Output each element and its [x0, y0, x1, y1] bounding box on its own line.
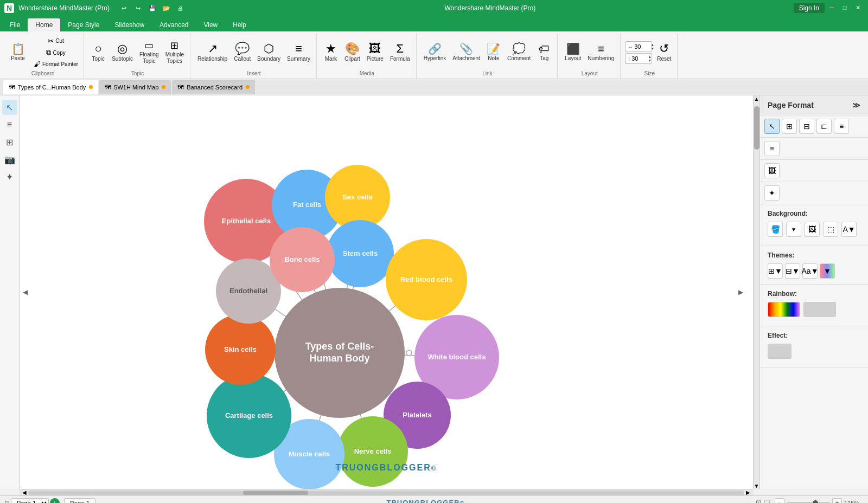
undo-btn[interactable]: ↩	[118, 4, 130, 12]
width-up-arrow[interactable]: ▲	[650, 43, 654, 47]
comment-btn[interactable]: 💭 Comment	[505, 42, 533, 63]
tab-advanced[interactable]: Advanced	[152, 18, 196, 31]
scroll-thumb[interactable]	[754, 106, 760, 150]
width-input[interactable]	[634, 43, 650, 50]
page-prev-btn[interactable]: ⊟	[4, 499, 10, 504]
picture-btn[interactable]: 🖼 Picture	[364, 41, 386, 64]
rainbow-btn[interactable]	[768, 302, 800, 317]
multiple-topics-btn[interactable]: ⊞ MultipleTopics	[163, 39, 187, 66]
formula-btn[interactable]: Σ Formula	[387, 41, 413, 64]
minimize-btn[interactable]: ─	[826, 3, 838, 12]
reset-btn[interactable]: ↺ Reset	[654, 41, 674, 64]
hscroll-track[interactable]	[28, 491, 744, 495]
tab-help[interactable]: Help	[225, 18, 254, 31]
tab-slideshow[interactable]: Slideshow	[107, 18, 152, 31]
format-painter-btn[interactable]: 🖌 Format Painter	[31, 59, 80, 69]
zoom-in-btn[interactable]: +	[832, 498, 842, 504]
layout-btn[interactable]: ⬛ Layout	[562, 42, 584, 63]
panel-grid2-btn[interactable]: ⊟	[799, 119, 814, 134]
open-btn[interactable]: 📂	[161, 4, 173, 12]
node-stem[interactable]: Stem cells	[327, 220, 394, 287]
tab-file[interactable]: File	[2, 18, 28, 31]
panel-collapse-btn[interactable]: ≫	[852, 101, 860, 109]
scroll-left-btn[interactable]: ◀	[23, 288, 28, 296]
bg-image-btn[interactable]: 🖼	[805, 222, 820, 237]
sidebar-star-icon[interactable]: ✦	[2, 169, 17, 184]
active-page-tab[interactable]: Page-1	[64, 498, 95, 504]
sidebar-layout-icon[interactable]: ⊞	[2, 134, 17, 150]
doc-tab-3[interactable]: 🗺 Bananced Scorecard	[172, 80, 255, 94]
sidebar-select-icon[interactable]: ↖	[2, 100, 17, 115]
scroll-down-btn[interactable]: ▼	[754, 482, 760, 489]
theme-font-btn[interactable]: Aa▼	[802, 263, 818, 279]
paste-btn[interactable]: 📋 Paste	[5, 42, 30, 63]
horizontal-scrollbar[interactable]: ◀ ▶	[20, 489, 753, 495]
zoom-slider-thumb[interactable]	[813, 500, 818, 504]
node-nerve[interactable]: Nerve cells	[337, 416, 408, 487]
bg-fill-btn[interactable]: 🪣	[768, 222, 783, 237]
panel-bullet-btn[interactable]: ≡	[764, 141, 780, 156]
numbering-btn[interactable]: ≡ Numbering	[585, 42, 617, 63]
page-dropdown[interactable]: Page-1	[11, 498, 49, 504]
panel-select-btn[interactable]: ↖	[764, 119, 780, 134]
scroll-up-btn[interactable]: ▲	[754, 95, 760, 102]
panel-align-btn[interactable]: ⊏	[816, 119, 832, 134]
bg-text-btn[interactable]: A▼	[841, 222, 857, 237]
doc-tab-1[interactable]: 🗺 Types of C...Human Body	[3, 80, 98, 94]
add-page-btn[interactable]: +	[50, 498, 60, 504]
boundary-btn[interactable]: ⬡ Boundary	[254, 41, 283, 64]
height-input[interactable]	[631, 55, 648, 62]
hscroll-left-btn[interactable]: ◀	[21, 489, 28, 495]
save-btn[interactable]: 💾	[146, 4, 158, 12]
cut-btn[interactable]: ✂ Cut	[31, 36, 80, 46]
height-down-arrow[interactable]: ▼	[648, 59, 652, 62]
node-red-blood[interactable]: Red blood cells	[386, 239, 467, 320]
hscroll-thumb[interactable]	[243, 491, 308, 495]
scroll-right-btn[interactable]: ▶	[738, 288, 743, 296]
bg-color-btn[interactable]: ▼	[786, 222, 801, 237]
floating-topic-btn[interactable]: ▭ FloatingTopic	[137, 39, 162, 66]
theme-color-btn[interactable]: ▼	[820, 263, 835, 279]
sign-in-btn[interactable]: Sign In	[794, 3, 825, 13]
tag-btn[interactable]: 🏷 Tag	[534, 42, 554, 63]
fit-width-btn[interactable]: ⬚	[764, 499, 770, 503]
rainbow-option-btn[interactable]	[803, 302, 836, 317]
tab-page-style[interactable]: Page Style	[60, 18, 107, 31]
redo-btn[interactable]: ↪	[132, 4, 144, 12]
height-input-container[interactable]: ↕ ▲ ▼	[625, 53, 652, 64]
effect-btn[interactable]	[768, 344, 792, 359]
sidebar-image-icon[interactable]: 📷	[2, 152, 17, 167]
clipart-btn[interactable]: 🎨 Clipart	[342, 41, 363, 64]
panel-img-btn[interactable]: 🖼	[764, 163, 780, 178]
width-input-container[interactable]: ↔ ▲ ▼	[625, 41, 652, 52]
relationship-btn[interactable]: ↗ Relationship	[195, 41, 230, 64]
panel-grid-btn[interactable]: ⊞	[782, 119, 797, 134]
doc-tab-2[interactable]: 🗺 5W1H Mind Map	[99, 80, 171, 94]
node-bone[interactable]: Bone cells	[270, 227, 335, 292]
width-down-arrow[interactable]: ▼	[650, 47, 654, 50]
topic-btn[interactable]: ○ Topic	[88, 41, 108, 64]
panel-star-btn[interactable]: ✦	[764, 185, 780, 201]
zoom-out-btn[interactable]: −	[775, 498, 784, 504]
callout-btn[interactable]: 💬 Callout	[231, 41, 253, 64]
fit-page-btn[interactable]: ⊡	[756, 499, 762, 503]
height-up-arrow[interactable]: ▲	[648, 55, 652, 59]
theme-grid1-btn[interactable]: ⊞▼	[768, 263, 783, 279]
attachment-btn[interactable]: 📎 Attachment	[450, 42, 483, 63]
summary-btn[interactable]: ≡ Summary	[284, 41, 313, 64]
vertical-scrollbar[interactable]: ▲ ▼	[753, 95, 760, 489]
print-btn[interactable]: 🖨	[175, 4, 187, 12]
node-cartilage[interactable]: Cartilage cells	[207, 373, 291, 458]
bg-image2-btn[interactable]: ⬚	[823, 222, 838, 237]
node-center[interactable]: Types of Cells-Human Body	[275, 288, 405, 418]
maximize-btn[interactable]: □	[839, 3, 851, 12]
theme-grid2-btn[interactable]: ⊟▼	[785, 263, 800, 279]
copy-btn[interactable]: ⧉ Copy	[31, 47, 80, 58]
subtopic-btn[interactable]: ◎ Subtopic	[109, 41, 136, 64]
sidebar-list-icon[interactable]: ≡	[2, 117, 17, 132]
node-skin[interactable]: Skin cells	[205, 314, 276, 385]
panel-list-btn[interactable]: ≡	[834, 119, 849, 134]
hscroll-right-btn[interactable]: ▶	[744, 489, 752, 495]
hyperlink-btn[interactable]: 🔗 Hyperlink	[421, 42, 449, 63]
note-btn[interactable]: 📝 Note	[484, 42, 503, 63]
